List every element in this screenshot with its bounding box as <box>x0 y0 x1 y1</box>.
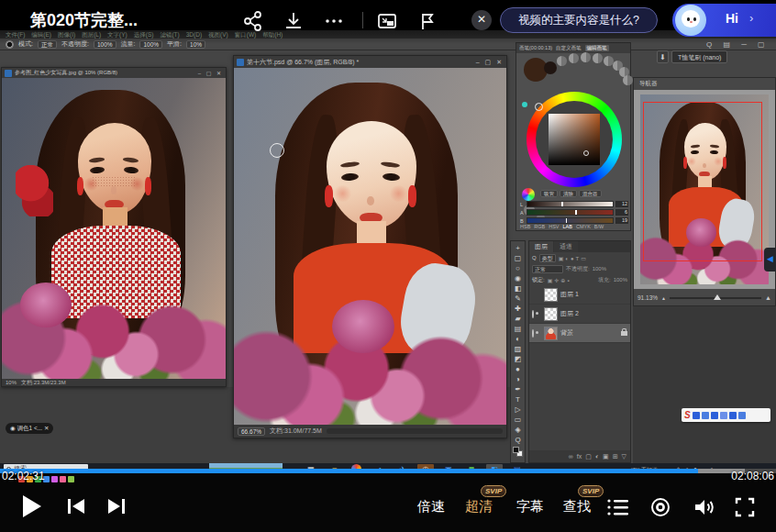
pen-tool-icon[interactable]: ✒ <box>511 384 525 394</box>
navigator-view-rect[interactable] <box>643 102 762 261</box>
move-tool-icon[interactable]: + <box>511 243 525 253</box>
canvas-painting[interactable] <box>234 68 506 425</box>
saturation-marker[interactable] <box>583 150 589 156</box>
recorder-icon-2[interactable] <box>702 412 709 419</box>
progress-bar[interactable] <box>0 469 776 473</box>
eye-icon[interactable] <box>532 329 534 338</box>
heal-tool-icon[interactable]: ✚ <box>511 304 525 314</box>
visibility-cell[interactable] <box>532 330 541 337</box>
recorder-toolbar[interactable]: S <box>682 408 770 422</box>
layer-thumbnail[interactable] <box>544 288 558 302</box>
navigator-panel[interactable]: 导航器 91.13% ▲ ▲ <box>633 77 776 306</box>
blur-tool-icon[interactable]: ● <box>511 364 525 374</box>
color-panel-tab-2[interactable]: 编辑画笔 <box>585 45 609 51</box>
navigator-zoom-value[interactable]: 91.13% <box>637 294 658 301</box>
fill-value[interactable]: 100% <box>614 277 627 283</box>
pip-icon[interactable] <box>376 10 398 32</box>
hue-wheel[interactable] <box>527 92 622 187</box>
download-icon[interactable] <box>283 10 305 32</box>
recorder-icon-1[interactable] <box>693 412 700 419</box>
slider-marker[interactable] <box>561 202 563 206</box>
lock-icons[interactable]: ▣✛⊕▪ <box>548 277 571 283</box>
navigator-zoom-slider[interactable] <box>670 297 761 299</box>
foreground-background-swatches[interactable] <box>513 447 523 457</box>
format-LAB[interactable]: LAB <box>563 224 572 229</box>
color-mode-button-0[interactable]: 吸管 <box>540 190 558 197</box>
reference-window[interactable]: 参考图_红色少女写真.jpg @ 10% (RGB/8) – ▢ ✕ 10% 文… <box>1 67 227 387</box>
recorder-icon-5[interactable] <box>729 412 737 419</box>
layers-footer-icon-1[interactable]: fx <box>577 453 582 460</box>
ai-question-pill[interactable]: 视频的主要内容是什么? <box>500 7 658 33</box>
quality-button[interactable]: 超清 <box>465 498 493 515</box>
layers-footer-icon-2[interactable]: ▢ <box>585 453 592 460</box>
shape-tool-icon[interactable]: ▭ <box>511 415 525 425</box>
brush-swatch-2[interactable] <box>581 52 591 62</box>
format-B/W[interactable]: B/W <box>594 224 604 229</box>
clone-stamp-tool-icon[interactable]: ▤ <box>511 324 525 334</box>
color-wheel-panel[interactable]: 画笔(00:00:13)自定义画笔编辑画笔 吸管清除混合器 L12A6B19 H… <box>515 42 631 231</box>
painting-zoom-level[interactable]: 66.67% <box>238 427 265 436</box>
layer-row-2[interactable]: 背景 <box>529 324 630 343</box>
slider-track[interactable] <box>527 201 614 207</box>
floating-tag[interactable]: ◉ 调色1 <... ✕ <box>6 423 53 434</box>
lab-slider-A[interactable]: A6 <box>520 209 628 216</box>
cyan-swatch[interactable] <box>522 102 527 107</box>
color-panel-tab-0[interactable]: 画笔(00:00:13) <box>519 45 552 51</box>
hue-marker[interactable] <box>535 103 543 111</box>
video-frame[interactable]: 文件(F)编辑(E)图像(I)图层(L)文字(Y)选择(S)滤镜(T)3D(D)… <box>0 30 776 475</box>
lab-slider-L[interactable]: L12 <box>520 201 628 207</box>
history-brush-tool-icon[interactable]: ◐ <box>511 334 525 344</box>
tab-layers[interactable]: 图层 <box>529 241 553 252</box>
format-HSB[interactable]: HSB <box>520 224 530 229</box>
layers-footer-icon-4[interactable]: ▣ <box>603 453 609 460</box>
speed-button[interactable]: 倍速 <box>417 498 445 515</box>
format-RGB[interactable]: RGB <box>534 224 545 229</box>
slider-marker[interactable] <box>566 218 568 223</box>
play-button[interactable] <box>15 491 46 522</box>
previous-button[interactable] <box>66 497 86 515</box>
brush-swatch-3[interactable] <box>593 53 603 63</box>
layer-opacity-value[interactable]: 100% <box>593 266 606 272</box>
brush-tool-icon[interactable]: ▰ <box>511 314 525 324</box>
layer-thumbnail[interactable] <box>544 327 558 340</box>
share-icon[interactable] <box>242 10 264 32</box>
foreground-color-swatch[interactable] <box>513 447 519 453</box>
navigator-thumbnail[interactable] <box>640 94 769 284</box>
subtitles-button[interactable]: 字幕 <box>516 498 544 515</box>
close-assistant-icon[interactable]: ✕ <box>471 10 492 30</box>
crop-tool-icon[interactable]: ◧ <box>511 283 525 294</box>
fullscreen-icon[interactable] <box>734 496 756 518</box>
path-select-tool-icon[interactable]: ▷ <box>511 405 525 415</box>
layer-row-1[interactable]: 图层 2 <box>529 305 630 324</box>
recorder-icon-3[interactable] <box>711 412 718 419</box>
blend-mode-select[interactable]: 正常 <box>532 265 563 273</box>
hand-tool-icon[interactable]: ◈ <box>511 425 525 435</box>
slider-track[interactable] <box>527 209 614 216</box>
brush-swatch-7[interactable] <box>623 75 633 85</box>
format-HSV[interactable]: HSV <box>549 224 559 229</box>
color-mode-button-2[interactable]: 混合器 <box>579 190 602 197</box>
layers-panel[interactable]: 图层 通道 Q 类型 ▣◐●T▭ 正常 不透明度: 100% 锁定: ▣✛⊕▪ … <box>528 240 631 463</box>
layers-footer-icon-5[interactable]: ⊞ <box>613 453 618 460</box>
reference-window-titlebar[interactable]: 参考图_红色少女写真.jpg @ 10% (RGB/8) – ▢ ✕ <box>2 68 226 78</box>
previous-color-swatch[interactable] <box>544 61 557 74</box>
zoom-out-icon[interactable]: ▲ <box>661 295 666 301</box>
color-mode-button-1[interactable]: 清除 <box>560 190 577 197</box>
tab-navigator[interactable]: 导航器 <box>634 78 663 90</box>
layers-footer-icon-6[interactable]: ▽ <box>622 453 626 460</box>
color-panel-tab-1[interactable]: 自定义画笔 <box>556 45 582 51</box>
layer-row-0[interactable]: 图层 1 <box>529 285 630 305</box>
format-CMYK[interactable]: CMYK <box>576 224 591 229</box>
horizontal-scrollbar[interactable] <box>327 428 503 434</box>
zoom-in-icon[interactable]: ▲ <box>765 294 771 301</box>
layer-filter-icons[interactable]: ▣◐●T▭ <box>559 255 588 261</box>
window-buttons[interactable]: – ▢ ✕ <box>198 70 223 76</box>
saturation-square[interactable] <box>549 114 600 165</box>
brush-swatch-1[interactable] <box>569 53 579 63</box>
marquee-tool-icon[interactable]: ▢ <box>511 253 525 263</box>
painting-window[interactable]: 第十六节.psd @ 66.7% (图层, RGB/8) * – ▢ ✕ 66.… <box>233 55 507 438</box>
eraser-tool-icon[interactable]: ▨ <box>511 344 525 354</box>
layer-thumbnail[interactable] <box>544 307 558 321</box>
playlist-icon[interactable] <box>606 497 630 517</box>
window-buttons[interactable]: – ▢ ✕ <box>476 59 504 66</box>
